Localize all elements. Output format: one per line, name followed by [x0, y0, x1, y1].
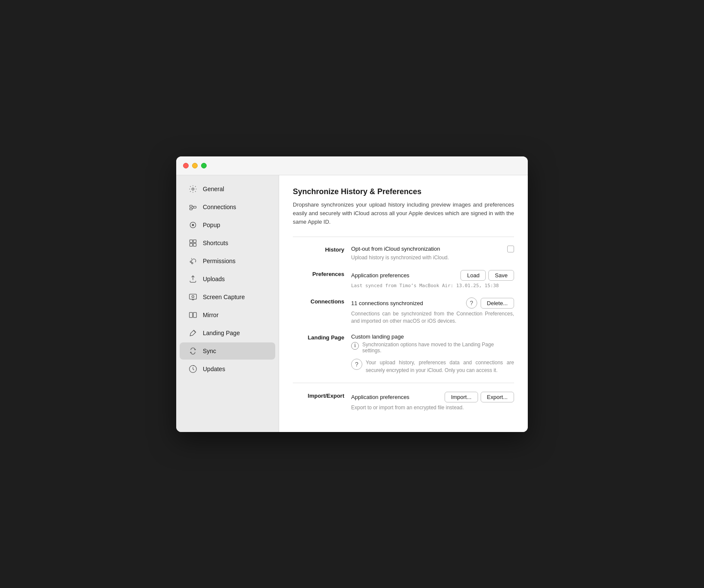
sidebar-item-screen-capture[interactable]: Screen Capture [180, 288, 275, 306]
import-export-option-text: Application preferences [351, 394, 409, 400]
import-export-content: Application preferences Import... Export… [351, 392, 514, 411]
connections-buttons: ? Delete... [466, 297, 514, 309]
sidebar-label-landing-page: Landing Page [203, 330, 240, 336]
sidebar-item-general[interactable]: General [180, 180, 275, 198]
connections-help-button[interactable]: ? [466, 297, 477, 309]
sidebar-item-mirror[interactable]: Mirror [180, 306, 275, 324]
preferences-main: Application preferences Load Save [351, 270, 514, 281]
landing-page-icon [188, 328, 198, 338]
preferences-sub-text: Last synced from Timo’s MacBook Air: 13.… [351, 282, 514, 289]
sidebar-label-general: General [203, 186, 224, 192]
svg-rect-9 [193, 240, 196, 243]
landing-page-label: Landing Page [293, 333, 344, 341]
svg-rect-1 [190, 205, 193, 207]
svg-rect-11 [193, 243, 196, 246]
history-label: History [293, 246, 344, 253]
gear-icon [188, 184, 198, 194]
titlebar [176, 156, 528, 175]
history-row: History Opt-out from iCloud synchronizat… [293, 246, 514, 261]
delete-button[interactable]: Delete... [481, 298, 514, 309]
svg-point-7 [192, 224, 194, 226]
history-content: Opt-out from iCloud synchronization Uplo… [351, 246, 514, 261]
svg-rect-2 [190, 208, 193, 210]
load-button[interactable]: Load [460, 270, 486, 281]
sidebar-label-sync: Sync [203, 348, 216, 354]
import-export-btn-group: Import... Export... [445, 392, 514, 402]
history-option-text: Opt-out from iCloud synchronization [351, 246, 440, 252]
screen-capture-icon [188, 292, 198, 302]
sidebar-item-landing-page[interactable]: Landing Page [180, 324, 275, 342]
sidebar-item-updates[interactable]: Updates [180, 360, 275, 378]
connections-row: Connections 11 connections synchronized … [293, 297, 514, 325]
svg-rect-3 [194, 206, 196, 208]
landing-page-main: Custom landing page [351, 333, 514, 340]
history-checkbox[interactable] [507, 246, 514, 252]
preferences-content: Application preferences Load Save Last s… [351, 270, 514, 289]
svg-rect-16 [193, 312, 197, 318]
sidebar-label-updates: Updates [203, 366, 225, 372]
history-main: Opt-out from iCloud synchronization [351, 246, 514, 252]
content-area: General Connections [176, 175, 528, 432]
connections-option-text: 11 connections synchronized [351, 300, 423, 306]
sidebar-label-mirror: Mirror [203, 312, 219, 318]
svg-point-13 [192, 295, 194, 297]
connections-icon [188, 202, 198, 212]
traffic-lights [183, 163, 207, 168]
import-export-label: Import/Export [293, 392, 344, 399]
history-sub-text: Upload history is synchronized with iClo… [351, 254, 514, 261]
svg-rect-15 [190, 312, 193, 318]
preferences-window: General Connections [176, 156, 528, 432]
sidebar-item-connections[interactable]: Connections [180, 198, 275, 216]
maximize-button[interactable] [201, 163, 207, 168]
import-export-row: Import/Export Application preferences Im… [293, 392, 514, 411]
updates-icon [188, 364, 198, 374]
landing-page-row: Landing Page Custom landing page ℹ Synch… [293, 333, 514, 354]
popup-icon [188, 220, 198, 230]
preferences-label: Preferences [293, 270, 344, 277]
sidebar-label-screen-capture: Screen Capture [203, 294, 245, 300]
svg-rect-8 [190, 240, 193, 243]
encryption-text: Your upload history, preferences data an… [366, 359, 514, 374]
sidebar-item-uploads[interactable]: Uploads [180, 270, 275, 288]
sidebar-item-sync[interactable]: Sync [180, 342, 275, 360]
page-description: Dropshare synchronizes your upload histo… [293, 201, 514, 226]
permissions-icon [188, 256, 198, 266]
close-button[interactable] [183, 163, 189, 168]
save-button[interactable]: Save [488, 270, 514, 281]
sidebar-item-permissions[interactable]: Permissions [180, 252, 275, 270]
encryption-help-button[interactable]: ? [351, 359, 362, 370]
sidebar-label-connections: Connections [203, 204, 236, 210]
import-export-sub-text: Export to or import from an encrypted fi… [351, 404, 514, 411]
sidebar-item-shortcuts[interactable]: Shortcuts [180, 234, 275, 252]
sidebar-label-popup: Popup [203, 222, 220, 228]
sidebar-label-shortcuts: Shortcuts [203, 240, 228, 246]
landing-sub-row: ℹ Synchronization options have moved to … [351, 342, 514, 354]
divider-top [293, 237, 514, 237]
sidebar-label-uploads: Uploads [203, 276, 225, 282]
preferences-row: Preferences Application preferences Load… [293, 270, 514, 289]
preferences-btn-group: Load Save [460, 270, 514, 281]
sidebar-label-permissions: Permissions [203, 258, 235, 264]
landing-page-content: Custom landing page ℹ Synchronization op… [351, 333, 514, 354]
shortcuts-icon [188, 238, 198, 248]
import-export-main: Application preferences Import... Export… [351, 392, 514, 402]
info-icon: ℹ [351, 342, 359, 350]
landing-info-text: Synchronization options have moved to th… [362, 342, 514, 354]
divider-bottom [293, 383, 514, 383]
import-button[interactable]: Import... [445, 392, 478, 402]
page-title: Synchronize History & Preferences [293, 187, 514, 196]
landing-page-option-text: Custom landing page [351, 333, 404, 340]
main-panel: Synchronize History & Preferences Dropsh… [279, 175, 528, 432]
connections-sub-text: Connections can be synchronized from the… [351, 310, 514, 325]
svg-rect-12 [190, 294, 197, 299]
uploads-icon [188, 274, 198, 284]
preferences-option-text: Application preferences [351, 272, 409, 279]
mirror-icon [188, 310, 198, 320]
connections-main: 11 connections synchronized ? Delete... [351, 297, 514, 309]
encryption-row: ? Your upload history, preferences data … [351, 359, 514, 374]
svg-rect-10 [190, 243, 193, 246]
export-button[interactable]: Export... [481, 392, 514, 402]
minimize-button[interactable] [192, 163, 198, 168]
sidebar-item-popup[interactable]: Popup [180, 216, 275, 234]
connections-label: Connections [293, 297, 344, 305]
